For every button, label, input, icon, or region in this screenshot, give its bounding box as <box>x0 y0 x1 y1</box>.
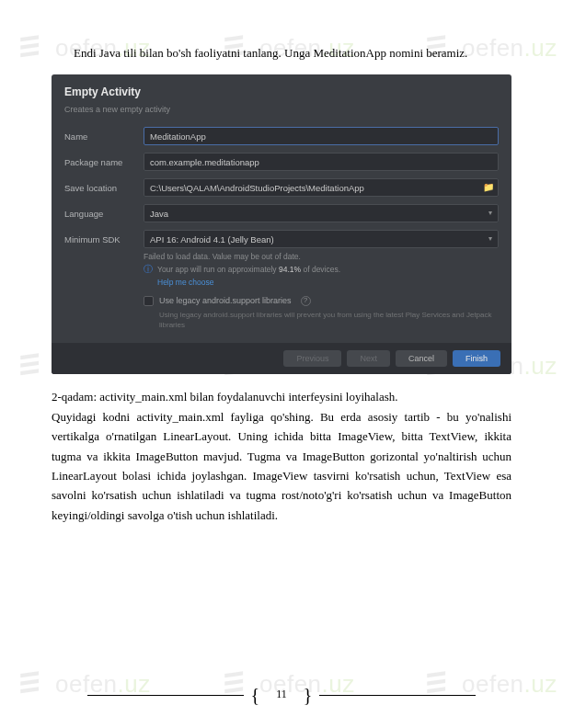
brace-right: } <box>304 686 313 704</box>
legacy-checkbox[interactable] <box>144 296 154 306</box>
legacy-note: Using legacy android.support libraries w… <box>159 311 499 330</box>
language-dropdown[interactable]: Java ▾ <box>144 204 499 222</box>
brace-left: { <box>251 686 260 704</box>
next-button[interactable]: Next <box>347 350 390 367</box>
dialog-title: Empty Activity <box>64 84 499 101</box>
help-icon[interactable]: ? <box>301 296 311 306</box>
info-line-2: Your app will run on approximately 94.1%… <box>157 265 340 276</box>
help-me-choose-link[interactable]: Help me choose <box>157 278 499 289</box>
minsdk-dropdown[interactable]: API 16: Android 4.1 (Jelly Bean) ▾ <box>144 230 499 248</box>
language-label: Language <box>64 207 134 221</box>
body-paragraph: Quyidagi kodni activity_main.xml fayliga… <box>52 407 511 526</box>
new-project-dialog: Empty Activity Creates a new empty activ… <box>52 74 511 374</box>
name-label: Name <box>64 130 134 143</box>
chevron-down-icon: ▾ <box>488 233 492 245</box>
info-line-1: Failed to load data. Value may be out of… <box>144 252 499 263</box>
page-footer: { 11 } <box>0 686 563 704</box>
finish-button[interactable]: Finish <box>453 350 500 367</box>
previous-button[interactable]: Previous <box>283 350 341 367</box>
legacy-checkbox-label: Use legacy android.support libraries <box>159 294 292 307</box>
info-icon: ⓘ <box>144 265 153 274</box>
minsdk-label: Minimum SDK <box>64 233 134 246</box>
page-number: 11 <box>267 686 296 703</box>
chevron-down-icon: ▾ <box>488 208 492 220</box>
dialog-subtitle: Creates a new empty activity <box>64 103 499 116</box>
save-location-field[interactable]: C:\Users\QALAM\AndroidStudioProjects\Med… <box>144 178 499 197</box>
save-location-label: Save location <box>64 181 134 195</box>
cancel-button[interactable]: Cancel <box>396 350 447 367</box>
folder-icon[interactable]: 📁 <box>483 180 494 195</box>
package-field[interactable]: com.example.meditationapp <box>144 153 499 171</box>
intro-paragraph: Endi Java tili bilan bo'sh faoliyatni ta… <box>52 44 511 63</box>
package-label: Package name <box>64 155 134 169</box>
sdk-info-block: Failed to load data. Value may be out of… <box>144 252 499 289</box>
step-title: 2-qadam: activity_main.xml bilan foydala… <box>52 387 511 406</box>
name-field[interactable]: MeditationApp <box>144 127 499 145</box>
